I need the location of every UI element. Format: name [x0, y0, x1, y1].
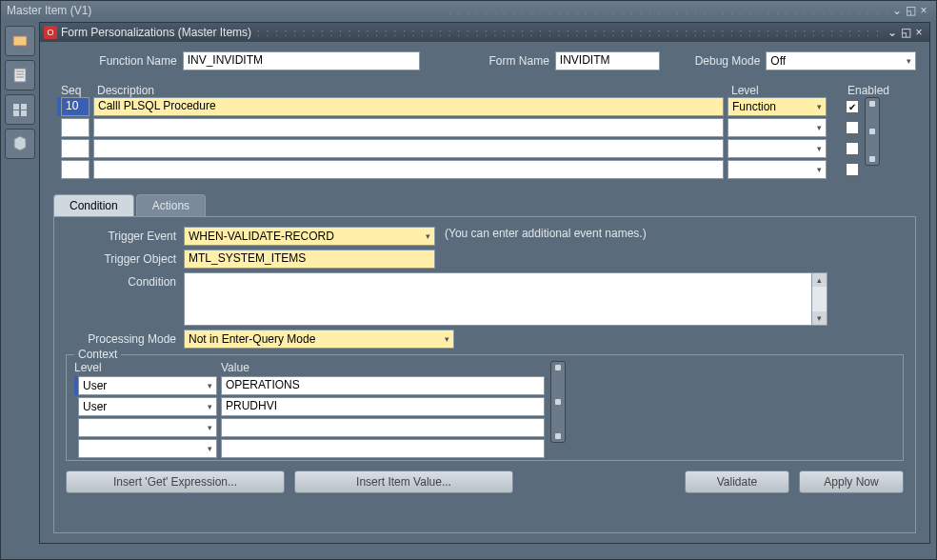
debug-mode-label: Debug Mode: [675, 54, 761, 68]
context-level-select[interactable]: ▾: [78, 418, 217, 437]
parent-minimize-icon[interactable]: ⌄: [890, 4, 904, 17]
trigger-object-label: Trigger Object: [66, 250, 184, 266]
condition-scrollbar[interactable]: ▴ ▾: [812, 272, 827, 326]
tabstrip: Condition Actions: [53, 194, 916, 216]
close-icon[interactable]: ×: [912, 26, 926, 39]
grid-header: Seq Description Level Enabled: [53, 84, 916, 97]
trigger-event-select[interactable]: WHEN-VALIDATE-RECORD▾: [184, 227, 435, 246]
context-legend: Context: [74, 348, 121, 361]
palette-item-3[interactable]: [5, 94, 35, 125]
level-select[interactable]: ▾: [728, 160, 827, 179]
window-body: Function Name INV_INVIDITM Form Name INV…: [40, 42, 929, 543]
form-name-field[interactable]: INVIDITM: [555, 51, 660, 70]
context-level-value: User: [83, 400, 107, 413]
svg-rect-0: [13, 36, 27, 46]
description-field[interactable]: [93, 118, 724, 137]
chevron-down-icon: ▾: [426, 231, 430, 241]
level-select[interactable]: ▾: [728, 139, 827, 158]
parent-close-icon[interactable]: ×: [917, 4, 930, 17]
oracle-logo-icon: O: [44, 26, 57, 39]
debug-mode-value: Off: [770, 54, 786, 68]
context-value-field[interactable]: [221, 439, 545, 458]
context-row[interactable]: ▾: [74, 418, 545, 437]
context-row[interactable]: ▾: [74, 439, 545, 458]
debug-mode-select[interactable]: Off▾: [766, 51, 916, 70]
chevron-down-icon: ▾: [817, 165, 822, 174]
grid-row[interactable]: 10 Calll PLSQL Procedure Function▾ ✔: [53, 97, 859, 116]
col-enabled: Enabled: [840, 84, 897, 97]
processing-mode-value: Not in Enter-Query Mode: [189, 332, 315, 346]
context-fieldset: Context Level Value User▾ OPERATIONS: [66, 354, 904, 461]
seq-field[interactable]: [61, 160, 90, 179]
chevron-down-icon: ▾: [817, 144, 822, 153]
trigger-event-value: WHEN-VALIDATE-RECORD: [189, 230, 334, 243]
enabled-checkbox[interactable]: ✔: [846, 100, 859, 113]
description-field[interactable]: Calll PLSQL Procedure: [93, 97, 724, 116]
context-value-field[interactable]: [221, 418, 545, 437]
apply-now-button[interactable]: Apply Now: [799, 470, 904, 493]
chevron-down-icon: ▾: [907, 56, 911, 66]
grid-row[interactable]: ▾: [53, 160, 859, 179]
validate-button[interactable]: Validate: [685, 470, 789, 493]
context-value-field[interactable]: OPERATIONS: [221, 376, 545, 395]
seq-field[interactable]: [61, 118, 90, 137]
restore-icon[interactable]: ◱: [899, 26, 912, 39]
palette-item-1[interactable]: [5, 26, 35, 56]
form-name-label: Form Name: [454, 54, 549, 68]
condition-textarea[interactable]: [184, 272, 812, 326]
trigger-event-hint: (You can enter additional event names.): [445, 227, 647, 240]
palette-item-2[interactable]: [5, 60, 35, 90]
grid-row[interactable]: ▾: [53, 118, 859, 137]
tab-actions[interactable]: Actions: [136, 194, 206, 216]
button-row: Insert 'Get' Expression... Insert Item V…: [66, 470, 904, 493]
trigger-object-field[interactable]: MTL_SYSTEM_ITEMS: [184, 250, 435, 269]
tab-condition[interactable]: Condition: [53, 194, 134, 216]
palette-item-4[interactable]: [5, 129, 35, 159]
level-select[interactable]: Function▾: [728, 97, 827, 116]
condition-text-wrap: ▴ ▾: [184, 272, 827, 326]
minimize-icon[interactable]: ⌄: [886, 26, 899, 39]
condition-panel: Trigger Event WHEN-VALIDATE-RECORD▾ (You…: [53, 216, 916, 533]
context-level-select[interactable]: User▾: [78, 397, 217, 416]
description-field[interactable]: [93, 160, 724, 179]
svg-rect-1: [14, 69, 26, 82]
scroll-handle-icon: [869, 156, 875, 162]
description-field[interactable]: [93, 139, 724, 158]
trigger-event-label: Trigger Event: [66, 227, 184, 243]
seq-field[interactable]: 10: [61, 97, 90, 116]
grid-scrollbar[interactable]: [865, 97, 880, 166]
function-name-field[interactable]: INV_INVIDITM: [183, 51, 420, 70]
ctx-col-value: Value: [221, 361, 545, 374]
insert-item-value-button[interactable]: Insert Item Value...: [294, 470, 513, 493]
scroll-handle-icon: [869, 129, 875, 134]
col-level: Level: [731, 84, 830, 97]
enabled-checkbox[interactable]: [846, 163, 859, 176]
insert-get-expression-button[interactable]: Insert 'Get' Expression...: [66, 470, 285, 493]
context-value-field[interactable]: PRUDHVI: [221, 397, 545, 416]
context-header: Level Value: [74, 361, 545, 374]
context-level-select[interactable]: ▾: [78, 439, 217, 458]
chevron-down-icon: ▾: [208, 444, 212, 453]
context-scrollbar[interactable]: [550, 361, 566, 443]
chevron-down-icon: ▾: [208, 402, 212, 411]
parent-restore-icon[interactable]: ◱: [904, 4, 917, 17]
grid-row[interactable]: ▾: [53, 139, 859, 158]
sidebar-palette: [3, 22, 39, 163]
enabled-checkbox[interactable]: [846, 121, 859, 134]
scroll-handle-icon: [555, 365, 561, 370]
rules-grid: 10 Calll PLSQL Procedure Function▾ ✔ ▾: [53, 97, 916, 181]
level-select[interactable]: ▾: [728, 118, 827, 137]
chevron-down-icon: ▾: [817, 102, 822, 111]
seq-field[interactable]: [61, 139, 90, 158]
processing-mode-label: Processing Mode: [66, 330, 184, 346]
svg-rect-7: [13, 110, 19, 116]
context-row[interactable]: User▾ OPERATIONS: [74, 376, 545, 395]
scroll-down-icon: ▾: [812, 311, 827, 325]
context-level-select[interactable]: User▾: [78, 376, 217, 395]
titlebar-dots: : : : : : : : : : : : : : : : : : : : : …: [257, 28, 886, 38]
enabled-checkbox[interactable]: [846, 142, 859, 155]
context-level-value: User: [83, 379, 107, 392]
processing-mode-select[interactable]: Not in Enter-Query Mode▾: [184, 330, 454, 349]
col-description: Description: [97, 84, 728, 97]
context-row[interactable]: User▾ PRUDHVI: [74, 397, 545, 416]
